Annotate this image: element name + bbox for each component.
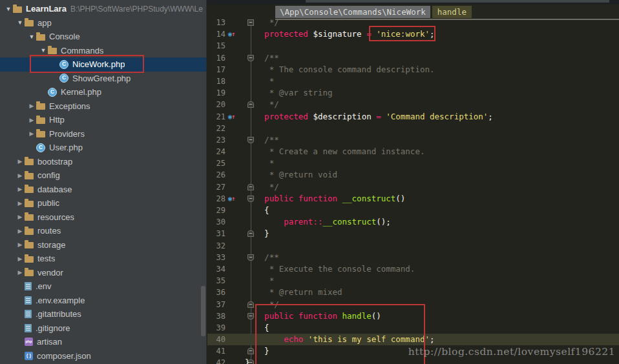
code-line-34[interactable]: 34 * Execute the console command.	[207, 263, 619, 275]
override-gutter-icon[interactable]: ◉↑	[228, 28, 235, 40]
line-number[interactable]: 36	[210, 287, 226, 298]
tree-item--env[interactable]: .env	[0, 279, 206, 294]
tree-item-label: artisan	[37, 337, 62, 347]
chevron-collapsed-icon[interactable]: ▶	[16, 186, 25, 192]
chevron-collapsed-icon[interactable]: ▶	[27, 103, 36, 109]
chevron-collapsed-icon[interactable]: ▶	[16, 256, 25, 262]
code-line-16[interactable]: 16− /**	[207, 52, 619, 64]
code-line-18[interactable]: 18 *	[207, 76, 619, 87]
chevron-collapsed-icon[interactable]: ▶	[16, 158, 25, 165]
tree-item-composer-json[interactable]: { }composer.json	[0, 349, 206, 363]
chevron-expanded-icon[interactable]: ▼	[16, 19, 25, 26]
tree-item-http[interactable]: ▶Http	[0, 113, 206, 127]
code-line-26[interactable]: 26 * @return void	[207, 169, 619, 181]
tree-item-vendor[interactable]: ▶vendor	[0, 266, 206, 280]
code-line-30[interactable]: 30 parent::__construct();	[207, 216, 619, 228]
code-line-35[interactable]: 35 *	[207, 275, 619, 287]
line-number[interactable]: 30	[210, 216, 226, 228]
code-line-28[interactable]: 28◉↑− public function __construct()	[207, 193, 619, 205]
line-number[interactable]: 32	[210, 240, 226, 252]
line-number[interactable]: 22	[210, 123, 226, 134]
line-number[interactable]: 14	[210, 28, 226, 40]
line-number[interactable]: 39	[210, 322, 226, 334]
code-line-33[interactable]: 33− /**	[207, 252, 619, 263]
tree-item-resources[interactable]: ▶resources	[0, 210, 206, 225]
line-number[interactable]: 28	[210, 193, 226, 205]
code-line-20[interactable]: 20− */	[207, 99, 619, 110]
code-line-19[interactable]: 19 * @var string	[207, 87, 619, 99]
override-gutter-icon[interactable]: ◉↑	[228, 193, 235, 205]
line-number[interactable]: 35	[210, 275, 226, 287]
chevron-collapsed-icon[interactable]: ▶	[16, 269, 25, 276]
tree-item-exceptions[interactable]: ▶Exceptions	[0, 99, 206, 114]
line-number[interactable]: 24	[210, 146, 226, 157]
line-number[interactable]: 42	[210, 357, 226, 364]
code-line-36[interactable]: 36 * @return mixed	[207, 287, 619, 298]
line-number[interactable]: 34	[210, 263, 226, 275]
tree-item-providers[interactable]: ▶Providers	[0, 127, 206, 141]
line-number[interactable]: 13	[210, 17, 226, 28]
tree-scrollbar-thumb[interactable]	[201, 286, 205, 336]
tree-item-app[interactable]: ▼app	[0, 16, 206, 30]
chevron-expanded-icon[interactable]: ▼	[39, 47, 48, 54]
chevron-collapsed-icon[interactable]: ▶	[16, 228, 25, 234]
breadcrumb-member[interactable]: handle	[432, 6, 472, 18]
tree-item-bootstrap[interactable]: ▶bootstrap	[0, 155, 206, 169]
chevron-collapsed-icon[interactable]: ▶	[27, 117, 36, 123]
code-line-25[interactable]: 25 *	[207, 157, 619, 169]
tree-item--env-example[interactable]: .env.example	[0, 294, 206, 308]
line-number[interactable]: 18	[210, 76, 226, 87]
line-number[interactable]: 26	[210, 169, 226, 181]
tree-item-artisan[interactable]: phpartisan	[0, 335, 206, 349]
line-number[interactable]: 31	[210, 228, 226, 239]
tree-item-learnlara[interactable]: ▼LearnLaraB:\PHP\SoftWare\PHPStudy\WWW\L…	[0, 2, 206, 16]
code-line-27[interactable]: 27− */	[207, 181, 619, 193]
chevron-collapsed-icon[interactable]: ▶	[16, 200, 25, 207]
code-line-22[interactable]: 22	[207, 123, 619, 134]
chevron-expanded-icon[interactable]: ▼	[4, 6, 13, 12]
tree-item-database[interactable]: ▶database	[0, 183, 206, 197]
line-number[interactable]: 17	[210, 64, 226, 76]
line-number[interactable]: 20	[210, 99, 226, 110]
line-number[interactable]: 27	[210, 181, 226, 193]
code-line-32[interactable]: 32	[207, 240, 619, 252]
line-number[interactable]: 21	[210, 111, 226, 123]
tree-item-routes[interactable]: ▶routes	[0, 224, 206, 238]
tree-item--gitignore[interactable]: .gitignore	[0, 321, 206, 336]
annotation-box-signature	[369, 26, 435, 41]
line-number[interactable]: 29	[210, 205, 226, 216]
chevron-expanded-icon[interactable]: ▼	[27, 34, 36, 40]
code-line-23[interactable]: 23− /**	[207, 134, 619, 146]
line-number[interactable]: 19	[210, 87, 226, 99]
tree-item-tests[interactable]: ▶tests	[0, 252, 206, 266]
code-line-31[interactable]: 31− }	[207, 228, 619, 239]
tree-item-console[interactable]: ▼Console	[0, 30, 206, 44]
line-number[interactable]: 40	[210, 334, 226, 345]
line-number[interactable]: 25	[210, 157, 226, 169]
tree-item-user-php[interactable]: CUser.php	[0, 141, 206, 155]
tree-item-public[interactable]: ▶public	[0, 196, 206, 210]
code-line-15[interactable]: 15	[207, 40, 619, 52]
tree-item-config[interactable]: ▶config	[0, 168, 206, 183]
code-line-24[interactable]: 24 * Create a new command instance.	[207, 146, 619, 157]
line-number[interactable]: 37	[210, 299, 226, 310]
line-number[interactable]: 16	[210, 52, 226, 64]
tree-item-storage[interactable]: ▶storage	[0, 238, 206, 252]
line-number[interactable]: 38	[210, 310, 226, 322]
chevron-collapsed-icon[interactable]: ▶	[16, 241, 25, 248]
line-number[interactable]: 15	[210, 40, 226, 52]
tree-item--gitattributes[interactable]: .gitattributes	[0, 307, 206, 321]
chevron-collapsed-icon[interactable]: ▶	[16, 172, 25, 179]
tree-item-showgreet-php[interactable]: CShowGreet.php	[0, 72, 206, 86]
line-number[interactable]: 23	[210, 134, 226, 146]
override-gutter-icon[interactable]: ◉↑	[228, 111, 235, 123]
tree-item-kernel-php[interactable]: CKernel.php	[0, 85, 206, 99]
code-line-17[interactable]: 17 * The console command description.	[207, 64, 619, 76]
breadcrumb-path[interactable]: \App\Console\Commands\NiceWork	[275, 6, 430, 18]
code-line-29[interactable]: 29 {	[207, 205, 619, 216]
chevron-collapsed-icon[interactable]: ▶	[27, 130, 36, 137]
chevron-collapsed-icon[interactable]: ▶	[16, 214, 25, 220]
code-line-21[interactable]: 21◉↑ protected $description = 'Command d…	[207, 111, 619, 123]
line-number[interactable]: 33	[210, 252, 226, 263]
line-number[interactable]: 41	[210, 345, 226, 357]
